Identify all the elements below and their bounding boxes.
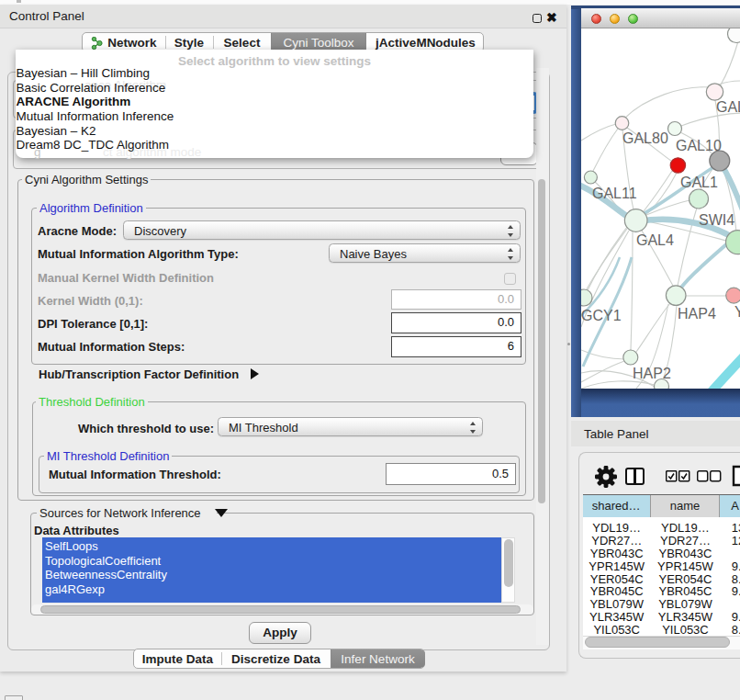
svg-text:GAL4: GAL4 bbox=[636, 232, 674, 248]
svg-text:GCY1: GCY1 bbox=[581, 308, 622, 323]
svg-text:HAP4: HAP4 bbox=[678, 306, 716, 322]
svg-text:GAL80: GAL80 bbox=[622, 130, 668, 146]
svg-text:GAL1: GAL1 bbox=[680, 175, 718, 190]
svg-text:GAL11: GAL11 bbox=[592, 186, 637, 201]
svg-text:GAL10: GAL10 bbox=[676, 138, 722, 153]
svg-text:HAP2: HAP2 bbox=[633, 366, 671, 381]
svg-text:GAL7: GAL7 bbox=[716, 99, 740, 115]
svg-text:SWI4: SWI4 bbox=[699, 212, 734, 228]
svg-text:Y: Y bbox=[734, 304, 740, 320]
